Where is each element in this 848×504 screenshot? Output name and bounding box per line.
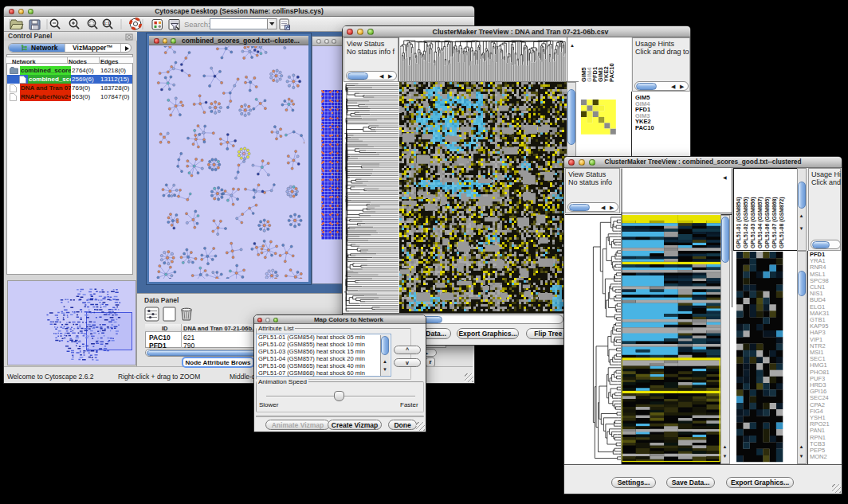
- svg-text:GPL51-08 (GSM872): GPL51-08 (GSM872): [779, 197, 785, 248]
- svg-text:GPL51-01 (GSM854): GPL51-01 (GSM854): [736, 197, 742, 248]
- svg-text:GPL51-06 (GSM865): GPL51-06 (GSM865): [764, 197, 771, 248]
- svg-text:GPL51-04 (GSM857): GPL51-04 (GSM857): [757, 197, 764, 248]
- svg-text:GPL51-02 (GSM855): GPL51-02 (GSM855): [743, 197, 749, 248]
- svg-text:GPL51-07 (GSM868): GPL51-07 (GSM868): [771, 197, 778, 248]
- svg-text:GPL51-03 (GSM856): GPL51-03 (GSM856): [750, 197, 756, 248]
